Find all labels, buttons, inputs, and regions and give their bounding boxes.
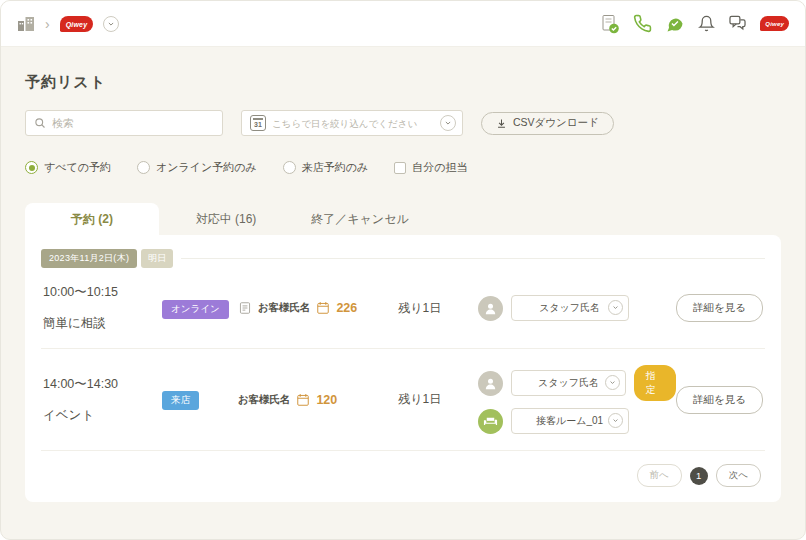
staff-select[interactable]: スタッフ氏名 bbox=[511, 295, 629, 321]
reservation-number: 226 bbox=[336, 301, 357, 315]
page-title: 予約リスト bbox=[25, 73, 781, 92]
date-filter-box[interactable]: 31 bbox=[241, 110, 463, 136]
top-header: › Qiwey Qiwey bbox=[1, 1, 805, 47]
tab-finished-cancelled[interactable]: 終了／キャンセル bbox=[293, 203, 427, 235]
search-box[interactable] bbox=[25, 110, 223, 136]
profile-logo-avatar[interactable]: Qiwey bbox=[760, 16, 789, 31]
app-window: › Qiwey Qiwey 予約リスト bbox=[0, 0, 806, 540]
reservation-time: 14:00〜14:30 bbox=[43, 376, 162, 393]
calendar-icon: 31 bbox=[250, 115, 266, 131]
room-select[interactable]: 接客ルーム_01 bbox=[511, 408, 629, 434]
type-badge-visit: 来店 bbox=[162, 391, 199, 410]
filter-row: 31 CSVダウンロード bbox=[25, 110, 781, 136]
radio-icon[interactable] bbox=[137, 161, 150, 174]
reservation-number-icon bbox=[296, 393, 310, 407]
assigned-badge: 指定 bbox=[634, 365, 676, 401]
customer-name[interactable]: お客様氏名 bbox=[238, 393, 291, 407]
breadcrumb-chevron-icon: › bbox=[45, 17, 50, 31]
staff-avatar-icon bbox=[478, 296, 503, 321]
filter-options-row: すべての予約 オンライン予約のみ 来店予約のみ 自分の担当 bbox=[25, 160, 781, 175]
reservation-row: 10:00〜10:15 簡単に相談 オンライン お客様氏名 226 残り1 bbox=[41, 268, 765, 348]
chat-check-icon[interactable] bbox=[665, 14, 685, 34]
status-tabs: 予約 (2) 対応中 (16) 終了／キャンセル bbox=[25, 203, 781, 235]
select-chevron-down-icon[interactable] bbox=[608, 300, 623, 315]
remaining-days: 残り1日 bbox=[398, 300, 477, 317]
day-badge: 明日 bbox=[141, 249, 173, 268]
radio-icon[interactable] bbox=[283, 161, 296, 174]
staff-avatar-icon bbox=[478, 371, 503, 396]
radio-online-only[interactable]: オンライン予約のみ bbox=[137, 160, 257, 175]
date-badge: 2023年11月2日(木) bbox=[41, 249, 137, 268]
view-details-button[interactable]: 詳細を見る bbox=[676, 294, 763, 322]
reservation-list-card: 2023年11月2日(木) 明日 10:00〜10:15 簡単に相談 オンライン bbox=[25, 235, 781, 502]
workspace-chevron-down-icon[interactable] bbox=[103, 16, 119, 32]
search-icon bbox=[34, 117, 46, 129]
date-filter-input[interactable] bbox=[272, 118, 434, 129]
reservation-time: 10:00〜10:15 bbox=[43, 284, 162, 301]
pagination: 前へ 1 次へ bbox=[41, 450, 765, 502]
tab-reservations[interactable]: 予約 (2) bbox=[25, 203, 159, 235]
search-input[interactable] bbox=[52, 117, 214, 129]
date-group-header: 2023年11月2日(木) 明日 bbox=[41, 249, 765, 268]
document-check-icon[interactable] bbox=[600, 14, 620, 34]
select-chevron-down-icon[interactable] bbox=[608, 413, 623, 428]
checkbox-icon[interactable] bbox=[394, 162, 406, 174]
phone-check-icon[interactable] bbox=[633, 14, 652, 33]
memo-icon bbox=[238, 301, 252, 315]
reservation-title: イベント bbox=[43, 407, 162, 424]
staff-select[interactable]: スタッフ氏名 bbox=[511, 370, 627, 396]
remaining-days: 残り1日 bbox=[398, 391, 477, 408]
room-icon bbox=[478, 409, 503, 434]
pagination-next-button[interactable]: 次へ bbox=[716, 464, 761, 487]
reservation-row: 14:00〜14:30 イベント 来店 お客様氏名 120 残り1日 bbox=[41, 348, 765, 450]
customer-name[interactable]: お客様氏名 bbox=[258, 301, 311, 315]
pagination-prev-button[interactable]: 前へ bbox=[637, 464, 682, 487]
csv-download-button[interactable]: CSVダウンロード bbox=[481, 112, 614, 135]
view-details-button[interactable]: 詳細を見る bbox=[676, 386, 763, 414]
comments-icon[interactable] bbox=[728, 14, 747, 33]
buildings-icon[interactable] bbox=[17, 16, 35, 31]
reservation-number-icon bbox=[316, 301, 330, 315]
pagination-current-page[interactable]: 1 bbox=[690, 467, 708, 485]
divider-line bbox=[181, 258, 765, 259]
date-chevron-down-icon[interactable] bbox=[440, 115, 456, 131]
reservation-title: 簡単に相談 bbox=[43, 315, 162, 332]
checkbox-my-assignments[interactable]: 自分の担当 bbox=[394, 160, 467, 175]
reservation-number: 120 bbox=[316, 393, 337, 407]
brand-logo[interactable]: Qiwey bbox=[60, 16, 94, 32]
radio-icon[interactable] bbox=[25, 161, 38, 174]
radio-visit-only[interactable]: 来店予約のみ bbox=[283, 160, 369, 175]
bell-icon[interactable] bbox=[698, 15, 715, 32]
select-chevron-down-icon[interactable] bbox=[605, 375, 620, 390]
download-icon bbox=[496, 118, 507, 129]
radio-all-reservations[interactable]: すべての予約 bbox=[25, 160, 111, 175]
type-badge-online: オンライン bbox=[162, 300, 229, 319]
tab-in-progress[interactable]: 対応中 (16) bbox=[159, 203, 293, 235]
